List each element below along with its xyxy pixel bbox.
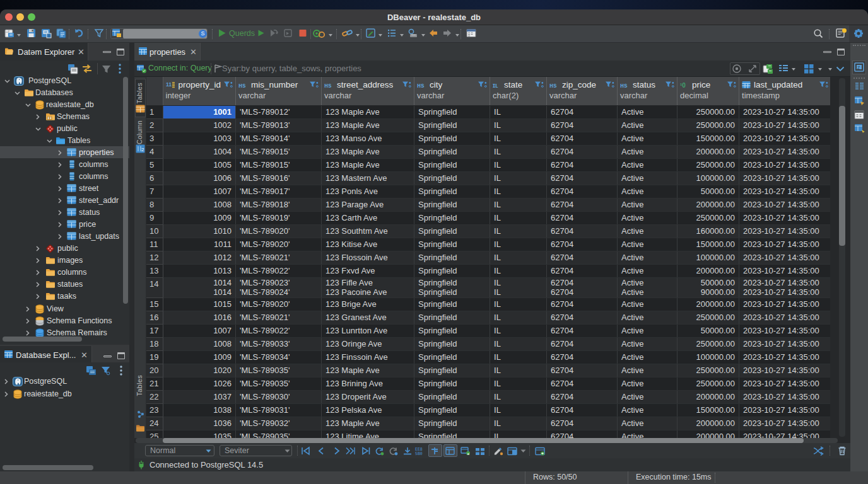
svg-text:ʜs: ʜs (549, 82, 557, 89)
svg-text:ɪʟ: ɪʟ (493, 82, 498, 89)
svg-text:11: 11 (166, 81, 172, 88)
svg-text:2: 2 (141, 147, 144, 153)
svg-text:ʜs: ʜs (324, 82, 332, 89)
svg-text:ʜs: ʜs (417, 82, 425, 89)
svg-text:¹0: ¹0 (680, 82, 686, 89)
svg-text:ʜs: ʜs (238, 82, 246, 89)
svg-text:ʜs: ʜs (620, 82, 628, 89)
svg-text:Z: Z (857, 66, 860, 70)
svg-text:EE8: EE8 (415, 447, 423, 452)
svg-text:5B0: 5B0 (415, 452, 423, 456)
